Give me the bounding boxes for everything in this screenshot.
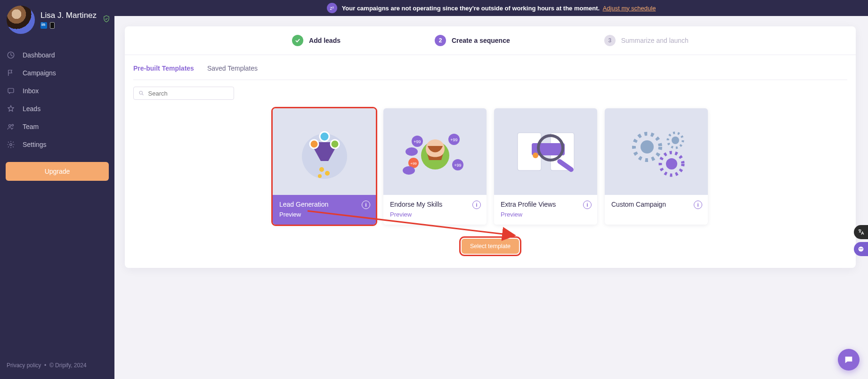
info-icon[interactable]: i (583, 201, 592, 209)
sidebar-item-dashboard[interactable]: Dashboard (0, 46, 114, 64)
star-icon (7, 105, 15, 113)
svg-point-35 (672, 137, 679, 144)
svg-text:+99: +99 (450, 137, 457, 142)
svg-point-11 (325, 171, 330, 176)
flag-icon (7, 69, 15, 77)
template-body: Lead Generation Preview i (273, 195, 376, 225)
dashboard-icon (7, 51, 15, 59)
banner-message: Your campaigns are not operating since t… (342, 5, 656, 12)
svg-point-28 (533, 153, 538, 158)
sidebar-item-label: Dashboard (23, 51, 55, 59)
adjust-schedule-link[interactable]: Adjust my schedule (603, 5, 656, 12)
select-template-button[interactable]: Select template (462, 239, 519, 254)
upgrade-wrap: Upgrade (0, 153, 114, 183)
tab-prebuilt-templates[interactable]: Pre-built Templates (133, 62, 194, 75)
step-label: Create a sequence (452, 37, 510, 44)
tab-saved-templates[interactable]: Saved Templates (207, 62, 258, 75)
sidebar-item-team[interactable]: Team (0, 118, 114, 136)
sidebar-item-label: Campaigns (23, 69, 56, 77)
profile-row: Lisa J. Martinez (0, 0, 114, 39)
template-preview-link[interactable]: Preview (279, 211, 369, 218)
wizard-card: Add leads 2 Create a sequence 3 Summariz… (125, 26, 856, 268)
chat-bubble[interactable] (838, 349, 860, 371)
svg-point-33 (666, 158, 677, 169)
sidebar-item-settings[interactable]: Settings (0, 136, 114, 153)
template-body: Endorse My Skills Preview i (383, 195, 487, 225)
main: z² Your campaigns are not operating sinc… (114, 0, 868, 379)
svg-point-5 (139, 91, 142, 94)
svg-point-39 (860, 248, 860, 249)
privacy-link[interactable]: Privacy policy (7, 362, 41, 369)
sidebar-item-label: Leads (23, 105, 41, 113)
template-body: Custom Campaign i (605, 195, 708, 215)
info-icon[interactable]: i (694, 201, 702, 209)
template-illustration: +99 +99 +99 +99 (383, 108, 487, 195)
users-icon (7, 122, 15, 131)
svg-point-12 (318, 174, 322, 178)
sidebar-item-inbox[interactable]: Inbox (0, 82, 114, 100)
sidebar: Lisa J. Martinez Dashboard Campaigns Inb… (0, 0, 114, 379)
svg-point-31 (641, 140, 654, 153)
svg-text:+99: +99 (454, 163, 461, 168)
svg-point-38 (859, 247, 864, 252)
svg-text:+99: +99 (414, 139, 421, 144)
content: Add leads 2 Create a sequence 3 Summariz… (114, 16, 868, 379)
sidebar-item-campaigns[interactable]: Campaigns (0, 64, 114, 82)
search-box[interactable] (133, 87, 234, 100)
info-icon[interactable]: i (362, 201, 370, 209)
svg-point-4 (10, 144, 12, 146)
tabs: Pre-built Templates Saved Templates (125, 55, 856, 80)
chat-icon (844, 355, 854, 365)
step-summarize-launch[interactable]: 3 Summarize and launch (604, 35, 689, 46)
gear-icon (7, 140, 15, 149)
mobile-icon (50, 22, 55, 29)
translate-icon (857, 228, 865, 236)
svg-point-24 (403, 166, 415, 175)
profile-info: Lisa J. Martinez (41, 11, 97, 29)
avatar[interactable] (7, 6, 35, 34)
svg-point-7 (320, 132, 329, 141)
select-row: Select template (125, 239, 856, 268)
search-input[interactable] (148, 90, 229, 97)
step-label: Add leads (309, 37, 341, 44)
step-add-leads[interactable]: Add leads (292, 35, 341, 46)
template-title: Lead Generation (279, 201, 369, 208)
template-preview-link[interactable]: Preview (501, 211, 591, 218)
svg-point-3 (12, 124, 14, 126)
svg-point-8 (310, 140, 318, 148)
banner: z² Your campaigns are not operating sinc… (114, 0, 868, 16)
template-illustration (494, 108, 597, 195)
profile-name: Lisa J. Martinez (41, 11, 97, 20)
info-icon[interactable]: i (472, 201, 481, 209)
message-icon (7, 87, 15, 95)
upgrade-button[interactable]: Upgrade (6, 162, 109, 181)
svg-point-2 (9, 125, 11, 127)
footer-copyright: © Dripify, 2024 (49, 362, 87, 369)
sleep-icon: z² (327, 3, 337, 13)
svg-point-23 (406, 147, 418, 156)
shield-icon (102, 15, 111, 25)
footer-links: Privacy policy • © Dripify, 2024 (0, 362, 114, 379)
template-body: Extra Profile Views Preview i (494, 195, 597, 225)
template-card-custom-campaign[interactable]: Custom Campaign i (605, 108, 708, 225)
svg-point-10 (319, 167, 324, 172)
template-preview-link[interactable]: Preview (390, 211, 480, 218)
templates-grid: Lead Generation Preview i +99 +99 (125, 108, 856, 239)
translate-button[interactable] (854, 225, 868, 239)
assistant-button[interactable] (854, 242, 868, 256)
divider (133, 80, 847, 80)
assistant-icon (857, 245, 865, 253)
profile-status-icons (41, 22, 97, 29)
svg-point-40 (861, 248, 862, 249)
step-create-sequence[interactable]: 2 Create a sequence (435, 35, 510, 46)
linkedin-icon (41, 22, 47, 29)
search-icon (138, 90, 145, 97)
template-card-endorse-skills[interactable]: +99 +99 +99 +99 Endorse My Skills Previe… (383, 108, 487, 225)
template-card-lead-generation[interactable]: Lead Generation Preview i (273, 108, 376, 225)
template-card-extra-profile-views[interactable]: Extra Profile Views Preview i (494, 108, 597, 225)
nav: Dashboard Campaigns Inbox Leads Team Set… (0, 39, 114, 153)
sidebar-item-leads[interactable]: Leads (0, 100, 114, 118)
stepper: Add leads 2 Create a sequence 3 Summariz… (125, 26, 856, 55)
footer-sep: • (44, 362, 46, 369)
check-icon (292, 35, 303, 46)
